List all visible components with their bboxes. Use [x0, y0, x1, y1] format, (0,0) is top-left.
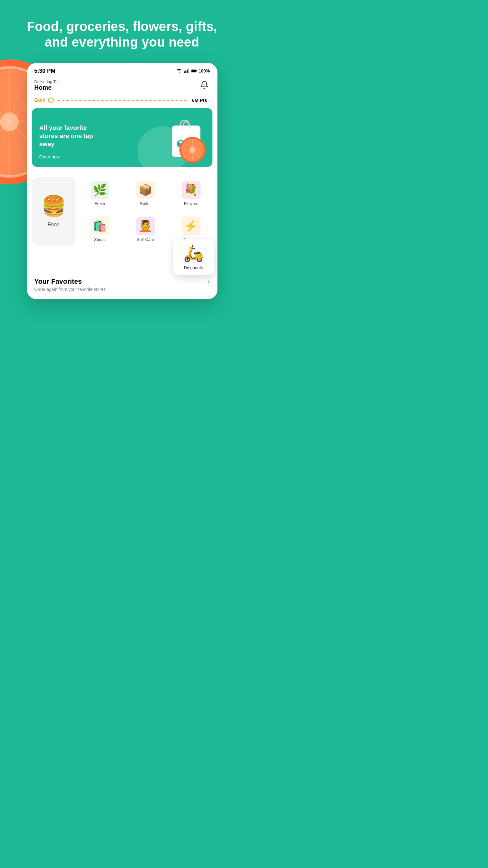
delivery-info: Delivering To Home: [34, 80, 58, 91]
self-care-label: Self-Care: [137, 237, 154, 242]
categories-container: 🍔 Food 🌿 Fresh 📦 Butler: [27, 172, 217, 246]
fresh-icon: 🌿: [91, 181, 109, 199]
signal-icon: [184, 68, 189, 74]
banner-image: toters: [167, 116, 205, 159]
bell-icon: [200, 81, 209, 89]
battery-percent: 100%: [199, 68, 210, 73]
favorites-header: Your Favorites ›: [34, 277, 210, 286]
category-butler[interactable]: 📦 Butler: [124, 177, 167, 210]
flowers-label: Flowers: [184, 201, 199, 206]
banner-cta[interactable]: Order now →: [39, 154, 102, 159]
gold-info-icon[interactable]: i: [48, 97, 54, 103]
svg-rect-11: [185, 71, 186, 73]
shops-label: Shops: [94, 237, 105, 242]
notification-bell-button[interactable]: [199, 80, 210, 91]
wifi-icon: [176, 68, 182, 74]
svg-rect-13: [188, 69, 189, 73]
category-flowers[interactable]: 💐 Flowers: [170, 177, 212, 210]
category-food[interactable]: 🍔 Food: [32, 177, 75, 246]
shops-icon: 🛍️: [91, 217, 109, 235]
svg-point-27: [189, 147, 195, 153]
hero-tagline: Food, groceries, flowers, gifts, and eve…: [0, 0, 244, 63]
favorites-chevron-icon[interactable]: ›: [208, 277, 210, 286]
gold-label: Gold: [34, 97, 45, 103]
flowers-icon: 💐: [182, 181, 201, 199]
category-fresh[interactable]: 🌿 Fresh: [79, 177, 121, 210]
svg-rect-12: [186, 70, 187, 73]
gold-bar: Gold i 6M Pts ›: [27, 95, 217, 108]
favorites-subtitle: Order again from your favorite stores: [34, 287, 210, 292]
banner-grapefruit: [178, 136, 207, 164]
trending-icon: ⚡: [182, 217, 201, 235]
phone-mockup: 5:30 PM 100%: [27, 63, 217, 299]
banner-text: All your favorite stores are one tap awa…: [39, 124, 102, 159]
status-bar: 5:30 PM 100%: [27, 63, 217, 77]
favorites-title: Your Favorites: [34, 277, 82, 286]
banner-title: All your favorite stores are one tap awa…: [39, 124, 102, 148]
categories-grid: 🍔 Food 🌿 Fresh 📦 Butler: [32, 177, 212, 246]
fresh-label: Fresh: [95, 201, 105, 206]
svg-rect-10: [184, 71, 185, 73]
butler-label: Butler: [140, 201, 151, 206]
svg-rect-16: [191, 70, 196, 72]
discounts-label: Discounts: [184, 265, 203, 270]
promo-banner[interactable]: All your favorite stores are one tap awa…: [32, 108, 212, 167]
status-icons: 100%: [176, 68, 210, 74]
app-header: Delivering To Home: [27, 77, 217, 95]
delivering-label: Delivering To: [34, 80, 58, 84]
self-care-icon: 💆: [136, 217, 155, 235]
food-label: Food: [48, 221, 60, 228]
status-time: 5:30 PM: [34, 68, 56, 74]
battery-icon: [191, 68, 197, 74]
gold-status: Gold i: [34, 97, 54, 103]
category-shops[interactable]: 🛍️ Shops: [79, 213, 121, 246]
gold-progress-bar: [58, 100, 188, 101]
delivery-location: Home: [34, 84, 58, 91]
svg-point-8: [0, 113, 19, 131]
svg-rect-15: [196, 70, 196, 71]
butler-icon: 📦: [136, 181, 155, 199]
discounts-icon: 🛵: [183, 244, 204, 263]
gold-chevron-icon: ›: [208, 98, 210, 103]
category-self-care[interactable]: 💆 Self-Care: [124, 213, 167, 246]
category-discounts[interactable]: 🛵 Discounts: [173, 239, 214, 275]
favorites-section: Your Favorites › Order again from your f…: [27, 274, 217, 299]
food-icon: 🍔: [41, 194, 66, 218]
gold-points[interactable]: 6M Pts ›: [192, 97, 210, 103]
